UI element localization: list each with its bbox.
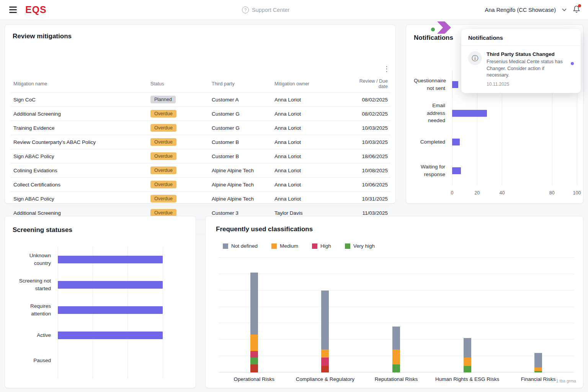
legend-item: Not defined [223,243,258,249]
status-badge: Overdue [150,167,176,174]
table-row[interactable]: Review Counterparty's ABAC PolicyOverdue… [10,135,391,149]
column-header-owner: Mitigation owner [271,77,351,93]
stacked-bar [250,273,258,372]
legend-swatch [271,243,277,249]
bar-segment [392,350,400,364]
decorative-green-dot [431,28,435,31]
bar-segment [534,368,542,371]
status-badge: Overdue [150,181,176,188]
due-date: 08/02/2025 [351,93,391,107]
category-label: Unknown country [13,252,58,267]
bar-segment [250,351,258,358]
category-label: Questionnaire not sent [414,77,452,92]
status-cell: Overdue [147,149,209,163]
status-cell: Planned [147,93,209,107]
status-badge: Overdue [150,124,176,132]
bar-segment [321,291,329,350]
bar-segment [464,366,471,372]
due-date: 10/31/2025 [351,192,391,206]
status-cell: Overdue [147,121,209,135]
axis-tick-label: 20 [474,190,480,196]
legend-swatch [312,243,317,249]
mitigation-owner: Anna Loriot [271,163,351,178]
notifications-bell-icon[interactable] [573,5,580,15]
status-badge: Overdue [150,138,176,146]
bar-slot [219,258,290,372]
category-label: Reputational Risks [361,376,432,382]
category-label: Waiting for response [414,163,452,178]
more-options-icon[interactable]: ⋮ [383,65,390,72]
bar [452,110,487,117]
screening-statuses-card: Screening statuses Unknown countryScreen… [5,216,196,388]
classifications-card: Frequently used classifications Not defi… [205,216,583,388]
bar-segment [392,327,400,350]
user-menu[interactable]: Ana Rengifo (CC Showcase) [485,7,556,13]
bar-segment [250,335,258,351]
legend-item: Very high [345,243,375,249]
legend-item: Medium [271,243,298,249]
category-label: Paused [13,357,58,364]
axis-tick-label: 100 [573,190,581,196]
classifications-chart [219,258,574,372]
table-row[interactable]: Additional ScreeningOverdueCustomer GAnn… [10,107,391,121]
status-cell: Overdue [147,107,209,121]
status-cell: Overdue [147,192,209,206]
status-badge: Overdue [150,209,176,217]
legend-item: High [312,243,331,249]
bar-segment [250,364,258,372]
mitigation-owner: Anna Loriot [271,192,351,206]
mitigation-owner: Anna Loriot [271,149,351,163]
support-center-link[interactable]: ? Support Center [242,7,289,13]
mitigation-name: Review Counterparty's ABAC Policy [10,135,147,149]
eqs-logo: EQS [25,4,47,15]
stacked-bar [392,327,400,372]
category-label: Operational Risks [219,376,290,382]
notifications-title: Notifications [414,34,453,42]
bar-segment [392,364,400,372]
column-header-due-date: Review / Due date [351,77,391,93]
bar [452,139,460,145]
chart-legend: Not definedMediumHighVery high [223,243,375,249]
mitigation-name: Sign CoC [10,93,147,107]
mitigation-owner: Anna Loriot [271,178,351,192]
third-party: Customer B [209,135,271,149]
unread-dot [571,62,574,65]
third-party: Customer A [209,93,271,107]
notification-date: 10.11.2025 [487,82,566,87]
mitigation-owner: Anna Loriot [271,121,351,135]
chevron-down-icon[interactable] [562,8,567,11]
table-row[interactable]: Sign CoCPlannedCustomer AAnna Loriot08/0… [10,93,391,107]
table-row[interactable]: Sign ABAC PolicyOverdueCustomer BAnna Lo… [10,149,391,163]
bar [58,281,163,289]
notification-title: Third Party Status Changed [487,51,566,57]
third-party: Alpine Alpine Tech [209,163,271,178]
bar-segment [250,358,258,364]
screening-statuses-title: Screening statuses [13,226,72,234]
bar-slot [290,258,361,372]
legend-swatch [223,243,228,249]
third-party: Customer G [209,107,271,121]
status-badge: Overdue [150,110,176,118]
bar-slot [432,258,503,372]
table-row[interactable]: Colining EvidationsOverdueAlpine Alpine … [10,163,391,178]
table-row[interactable]: Training EvidenceOverdueCustomer GAnna L… [10,121,391,135]
bar-segment [534,371,542,372]
stacked-bar [464,338,471,372]
status-badge: Planned [150,96,176,103]
legend-label: High [320,243,331,249]
info-icon: ⓘ [468,51,482,65]
category-label: Compliance & Regulatory [290,376,361,382]
table-row[interactable]: Sign ABAC PolicyOverdueAlpine Alpine Tec… [10,192,391,206]
unread-badge [578,4,581,7]
column-header-status: Status [147,77,209,93]
notification-item[interactable]: ⓘ Third Party Status Changed Fresenius M… [461,46,581,93]
status-cell: Overdue [147,178,209,192]
status-badge: Overdue [150,195,176,203]
bar [58,332,163,339]
mitigation-name: Training Evidence [10,121,147,135]
status-cell: Overdue [147,163,209,178]
table-row[interactable]: Collect CertificationsOverdueAlpine Alpi… [10,178,391,192]
menu-icon[interactable] [8,5,18,15]
footer-note: 1 tba grma [556,379,576,383]
popup-title: Notifications [461,29,581,46]
